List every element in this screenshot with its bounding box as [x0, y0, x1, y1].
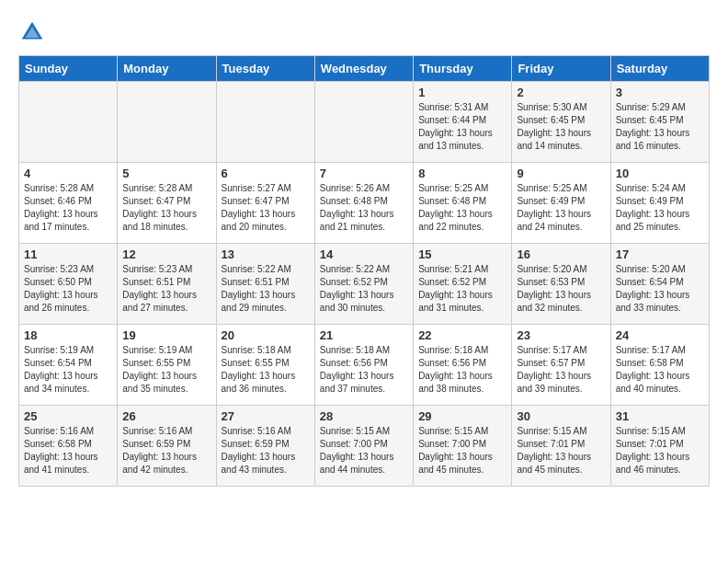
calendar-week-row: 1Sunrise: 5:31 AM Sunset: 6:44 PM Daylig…	[19, 82, 710, 163]
calendar-cell: 28Sunrise: 5:15 AM Sunset: 7:00 PM Dayli…	[314, 406, 413, 487]
day-of-week-header: Wednesday	[314, 56, 413, 82]
calendar-cell: 2Sunrise: 5:30 AM Sunset: 6:45 PM Daylig…	[512, 82, 610, 163]
day-info: Sunrise: 5:18 AM Sunset: 6:55 PM Dayligh…	[222, 344, 310, 396]
calendar-header: SundayMondayTuesdayWednesdayThursdayFrid…	[19, 56, 710, 82]
day-number: 28	[320, 409, 408, 423]
day-info: Sunrise: 5:25 AM Sunset: 6:49 PM Dayligh…	[517, 182, 605, 234]
calendar-cell: 26Sunrise: 5:16 AM Sunset: 6:59 PM Dayli…	[118, 406, 216, 487]
calendar-cell	[19, 82, 118, 163]
day-of-week-header: Sunday	[19, 56, 118, 82]
day-info: Sunrise: 5:23 AM Sunset: 6:51 PM Dayligh…	[122, 263, 210, 315]
calendar-cell: 7Sunrise: 5:26 AM Sunset: 6:48 PM Daylig…	[314, 163, 413, 244]
calendar-cell: 9Sunrise: 5:25 AM Sunset: 6:49 PM Daylig…	[512, 163, 610, 244]
calendar-week-row: 18Sunrise: 5:19 AM Sunset: 6:54 PM Dayli…	[19, 325, 710, 406]
day-of-week-header: Saturday	[610, 56, 709, 82]
day-number: 23	[517, 328, 605, 342]
calendar-cell: 17Sunrise: 5:20 AM Sunset: 6:54 PM Dayli…	[610, 244, 709, 325]
day-info: Sunrise: 5:17 AM Sunset: 6:58 PM Dayligh…	[616, 344, 704, 396]
calendar-cell: 29Sunrise: 5:15 AM Sunset: 7:00 PM Dayli…	[414, 406, 512, 487]
day-number: 17	[616, 247, 704, 261]
day-number: 10	[616, 167, 704, 180]
day-number: 29	[418, 409, 506, 423]
day-number: 5	[122, 167, 210, 180]
day-info: Sunrise: 5:18 AM Sunset: 6:56 PM Dayligh…	[418, 344, 506, 396]
day-number: 9	[517, 167, 605, 180]
day-number: 24	[616, 328, 704, 342]
calendar-cell	[216, 82, 314, 163]
day-number: 7	[320, 167, 408, 180]
calendar-cell: 25Sunrise: 5:16 AM Sunset: 6:58 PM Dayli…	[19, 406, 118, 487]
day-number: 26	[122, 409, 210, 423]
day-info: Sunrise: 5:15 AM Sunset: 7:01 PM Dayligh…	[517, 425, 605, 477]
calendar-cell: 11Sunrise: 5:23 AM Sunset: 6:50 PM Dayli…	[19, 244, 118, 325]
day-info: Sunrise: 5:15 AM Sunset: 7:00 PM Dayligh…	[320, 425, 408, 477]
day-number: 22	[418, 328, 506, 342]
day-of-week-header: Thursday	[414, 56, 512, 82]
day-info: Sunrise: 5:21 AM Sunset: 6:52 PM Dayligh…	[418, 263, 506, 315]
day-info: Sunrise: 5:15 AM Sunset: 7:00 PM Dayligh…	[418, 425, 506, 477]
calendar-cell: 10Sunrise: 5:24 AM Sunset: 6:49 PM Dayli…	[610, 163, 709, 244]
calendar-week-row: 4Sunrise: 5:28 AM Sunset: 6:46 PM Daylig…	[19, 163, 710, 244]
day-number: 13	[222, 247, 310, 261]
logo-icon	[18, 18, 46, 46]
calendar-cell: 27Sunrise: 5:16 AM Sunset: 6:59 PM Dayli…	[216, 406, 314, 487]
day-info: Sunrise: 5:22 AM Sunset: 6:51 PM Dayligh…	[222, 263, 310, 315]
day-info: Sunrise: 5:22 AM Sunset: 6:52 PM Dayligh…	[320, 263, 408, 315]
day-number: 31	[616, 409, 704, 423]
day-info: Sunrise: 5:18 AM Sunset: 6:56 PM Dayligh…	[320, 344, 408, 396]
day-number: 19	[122, 328, 210, 342]
header-row: SundayMondayTuesdayWednesdayThursdayFrid…	[19, 56, 710, 82]
day-info: Sunrise: 5:16 AM Sunset: 6:58 PM Dayligh…	[24, 425, 112, 477]
calendar-cell: 30Sunrise: 5:15 AM Sunset: 7:01 PM Dayli…	[512, 406, 610, 487]
day-number: 3	[616, 86, 704, 99]
day-number: 16	[517, 247, 605, 261]
day-number: 8	[418, 167, 506, 180]
calendar-cell: 23Sunrise: 5:17 AM Sunset: 6:57 PM Dayli…	[512, 325, 610, 406]
day-number: 25	[24, 409, 112, 423]
calendar-cell: 19Sunrise: 5:19 AM Sunset: 6:55 PM Dayli…	[118, 325, 216, 406]
day-number: 20	[222, 328, 310, 342]
calendar-cell: 6Sunrise: 5:27 AM Sunset: 6:47 PM Daylig…	[216, 163, 314, 244]
day-info: Sunrise: 5:19 AM Sunset: 6:55 PM Dayligh…	[122, 344, 210, 396]
day-info: Sunrise: 5:27 AM Sunset: 6:47 PM Dayligh…	[222, 182, 310, 234]
day-info: Sunrise: 5:26 AM Sunset: 6:48 PM Dayligh…	[320, 182, 408, 234]
day-of-week-header: Monday	[118, 56, 216, 82]
day-info: Sunrise: 5:24 AM Sunset: 6:49 PM Dayligh…	[616, 182, 704, 234]
day-number: 14	[320, 247, 408, 261]
day-info: Sunrise: 5:31 AM Sunset: 6:44 PM Dayligh…	[418, 101, 506, 153]
logo	[18, 18, 50, 46]
calendar-cell: 1Sunrise: 5:31 AM Sunset: 6:44 PM Daylig…	[414, 82, 512, 163]
calendar-cell: 13Sunrise: 5:22 AM Sunset: 6:51 PM Dayli…	[216, 244, 314, 325]
day-info: Sunrise: 5:19 AM Sunset: 6:54 PM Dayligh…	[24, 344, 112, 396]
day-number: 12	[122, 247, 210, 261]
calendar-cell: 18Sunrise: 5:19 AM Sunset: 6:54 PM Dayli…	[19, 325, 118, 406]
calendar-cell	[314, 82, 413, 163]
day-info: Sunrise: 5:17 AM Sunset: 6:57 PM Dayligh…	[517, 344, 605, 396]
calendar-cell: 15Sunrise: 5:21 AM Sunset: 6:52 PM Dayli…	[414, 244, 512, 325]
day-info: Sunrise: 5:25 AM Sunset: 6:48 PM Dayligh…	[418, 182, 506, 234]
day-info: Sunrise: 5:28 AM Sunset: 6:46 PM Dayligh…	[24, 182, 112, 234]
day-number: 11	[24, 247, 112, 261]
day-number: 27	[222, 409, 310, 423]
calendar-cell: 22Sunrise: 5:18 AM Sunset: 6:56 PM Dayli…	[414, 325, 512, 406]
calendar-cell: 16Sunrise: 5:20 AM Sunset: 6:53 PM Dayli…	[512, 244, 610, 325]
calendar-cell: 31Sunrise: 5:15 AM Sunset: 7:01 PM Dayli…	[610, 406, 709, 487]
day-info: Sunrise: 5:30 AM Sunset: 6:45 PM Dayligh…	[517, 101, 605, 153]
day-number: 4	[24, 167, 112, 180]
calendar-cell: 12Sunrise: 5:23 AM Sunset: 6:51 PM Dayli…	[118, 244, 216, 325]
day-of-week-header: Friday	[512, 56, 610, 82]
day-number: 6	[222, 167, 310, 180]
calendar-cell: 8Sunrise: 5:25 AM Sunset: 6:48 PM Daylig…	[414, 163, 512, 244]
calendar-cell	[118, 82, 216, 163]
calendar-cell: 21Sunrise: 5:18 AM Sunset: 6:56 PM Dayli…	[314, 325, 413, 406]
calendar-cell: 3Sunrise: 5:29 AM Sunset: 6:45 PM Daylig…	[610, 82, 709, 163]
day-number: 21	[320, 328, 408, 342]
day-of-week-header: Tuesday	[216, 56, 314, 82]
day-info: Sunrise: 5:20 AM Sunset: 6:53 PM Dayligh…	[517, 263, 605, 315]
calendar-cell: 24Sunrise: 5:17 AM Sunset: 6:58 PM Dayli…	[610, 325, 709, 406]
day-info: Sunrise: 5:16 AM Sunset: 6:59 PM Dayligh…	[122, 425, 210, 477]
day-info: Sunrise: 5:16 AM Sunset: 6:59 PM Dayligh…	[222, 425, 310, 477]
calendar-body: 1Sunrise: 5:31 AM Sunset: 6:44 PM Daylig…	[19, 82, 710, 487]
calendar-table: SundayMondayTuesdayWednesdayThursdayFrid…	[18, 55, 710, 487]
day-info: Sunrise: 5:29 AM Sunset: 6:45 PM Dayligh…	[616, 101, 704, 153]
